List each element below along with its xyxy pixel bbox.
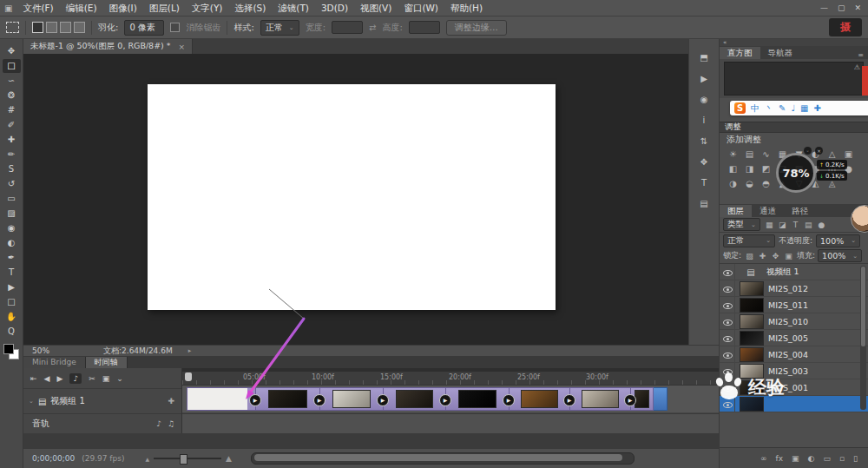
transition-badge[interactable]: ▶ <box>249 394 261 406</box>
histogram-warning-icon[interactable]: ⚠ <box>854 63 860 71</box>
adjustment-icon[interactable]: ◒ <box>741 176 758 191</box>
feather-input[interactable]: 0 像素 <box>124 20 164 36</box>
delete-layer-button[interactable]: ▯ <box>853 454 858 463</box>
timeline-horizontal-scrollbar[interactable] <box>251 452 635 465</box>
eye-icon[interactable] <box>721 297 735 313</box>
panel-collapse-bar[interactable]: « <box>720 39 868 46</box>
eye-icon[interactable] <box>721 264 735 280</box>
path-selection-tool[interactable]: ▶ <box>3 280 21 294</box>
recorder-settings-icon[interactable]: ◦ <box>804 147 812 155</box>
transition-button[interactable]: ▣ <box>102 374 110 383</box>
fill-dropdown[interactable]: 100% ⌄ <box>818 249 862 262</box>
transition-badge[interactable]: ▶ <box>503 394 515 406</box>
zoom-slider-thumb[interactable] <box>180 454 187 465</box>
previous-frame-button[interactable]: ◀ <box>44 374 50 383</box>
tab-close-icon[interactable]: × <box>179 43 186 51</box>
play-button[interactable]: ▶ <box>56 374 62 383</box>
canvas-workspace[interactable] <box>23 54 688 345</box>
adjustment-icon[interactable]: ▤ <box>741 147 758 161</box>
quick-selection-tool[interactable]: ❂ <box>3 89 21 102</box>
collapsed-panel-actions-icon[interactable]: ▶ <box>694 72 713 86</box>
tab-layers[interactable]: 图层 <box>720 205 752 217</box>
zoom-out-icon[interactable]: ▲ <box>145 456 149 462</box>
link-layers-button[interactable]: ∞ <box>760 454 767 463</box>
foreground-color-swatch[interactable] <box>3 344 14 354</box>
subtract-from-selection-button[interactable] <box>60 22 71 33</box>
collapsed-panel-clone-source-icon[interactable]: ⬒ <box>694 51 713 65</box>
document-tab[interactable]: 未标题-1 @ 50%(图层 0, RGB/8#) * × <box>23 39 193 54</box>
screen-recorder-button[interactable]: 摄 <box>829 18 862 36</box>
adjustment-icon[interactable]: ◩ <box>758 161 774 176</box>
menu-item[interactable]: 选择(S) <box>228 0 272 16</box>
adjustment-icon[interactable]: ◑ <box>725 176 741 191</box>
layer-group-row[interactable]: ▤视频组 1 <box>720 264 868 280</box>
transition-badge[interactable]: ▶ <box>563 394 575 406</box>
rectangular-marquee-tool[interactable]: □ <box>3 59 21 73</box>
transition-badge[interactable]: ▶ <box>439 394 451 406</box>
timeline-options-caret[interactable]: ⌄ <box>116 374 123 383</box>
move-tool[interactable]: ✥ <box>3 44 21 58</box>
transition-badge[interactable]: ▶ <box>313 394 326 406</box>
crop-tool[interactable]: # <box>3 103 21 117</box>
shape-tool[interactable]: □ <box>3 295 21 309</box>
adjustment-icon[interactable]: ◨ <box>741 161 758 176</box>
video-group-track-header[interactable]: ⌄ ▤ 视频组 1 ✚ <box>23 389 181 414</box>
sogou-voice-icon[interactable]: ♩ <box>791 103 795 113</box>
zoom-in-icon[interactable]: ▲ <box>226 454 232 463</box>
adjustment-icon[interactable]: ∿ <box>758 147 774 161</box>
tab-timeline[interactable]: 时间轴 <box>86 357 128 368</box>
menu-item[interactable]: 3D(D) <box>315 0 354 16</box>
menu-item[interactable]: 滤镜(T) <box>272 0 315 16</box>
refine-edge-button[interactable]: 调整边缘… <box>446 20 507 36</box>
layer-row[interactable]: MI2S_005 <box>720 330 868 346</box>
type-tool[interactable]: T <box>3 266 21 280</box>
healing-brush-tool[interactable]: ✚ <box>3 133 21 147</box>
maximize-button[interactable]: ▢ <box>838 3 845 12</box>
blur-tool[interactable]: ◉ <box>3 221 21 235</box>
swap-dimensions-icon[interactable]: ⇄ <box>369 23 376 32</box>
timeline-clip[interactable]: ▶ <box>256 387 320 411</box>
new-layer-button[interactable]: ▫ <box>839 454 845 463</box>
audio-track-mute-icon[interactable]: ♪ <box>156 419 161 428</box>
timeline-clip[interactable]: ▶ <box>510 387 570 411</box>
audio-track[interactable] <box>182 413 719 434</box>
hand-tool[interactable]: ✋ <box>3 310 21 324</box>
lock-all-icon[interactable]: ▣ <box>783 252 794 260</box>
color-swatches[interactable] <box>3 344 19 359</box>
menu-item[interactable]: 视图(V) <box>354 0 398 16</box>
dodge-tool[interactable]: ◐ <box>3 236 21 250</box>
opacity-dropdown[interactable]: 100% ⌄ <box>816 234 860 247</box>
anti-alias-checkbox[interactable] <box>170 23 180 32</box>
filter-type-layers-icon[interactable]: T <box>790 221 801 229</box>
history-brush-tool[interactable]: ↺ <box>3 177 21 191</box>
sogou-punctuation-icon[interactable]: 丶 <box>765 102 773 115</box>
collapsed-panel-swap-icon[interactable]: ⇅ <box>694 135 713 148</box>
panel-menu-icon[interactable]: ≡ <box>858 51 868 59</box>
clone-stamp-tool[interactable]: S <box>3 162 21 176</box>
document-canvas[interactable] <box>148 84 556 310</box>
scrollbar-thumb[interactable] <box>254 454 622 461</box>
new-selection-button[interactable] <box>32 22 43 33</box>
eyedropper-tool[interactable]: ✐ <box>3 118 21 132</box>
style-dropdown[interactable]: 正常 ⌄ <box>260 20 299 36</box>
minimize-button[interactable]: — <box>820 3 828 12</box>
menu-item[interactable]: 图层(L) <box>143 0 186 16</box>
filter-smart-objects-icon[interactable]: ● <box>816 221 827 229</box>
status-menu-caret[interactable]: ▸ <box>173 347 192 354</box>
collapsed-panel-measure-icon[interactable]: ✥ <box>694 155 713 169</box>
transition-badge[interactable]: ▶ <box>624 394 636 406</box>
close-button[interactable]: ✕ <box>854 3 861 12</box>
timeline-clip[interactable]: ▶ <box>384 387 446 411</box>
adjustments-header[interactable]: 调整 <box>720 122 868 133</box>
sogou-mode-icon[interactable]: 中 <box>751 102 760 115</box>
timeline-ruler[interactable]: 05:00f10:00f15:00f20:00f25:00f30:00f <box>182 368 719 386</box>
brush-tool[interactable]: ✏ <box>3 148 21 161</box>
transition-badge[interactable]: ▶ <box>377 394 389 406</box>
eye-icon[interactable] <box>721 330 735 346</box>
chevron-down-icon[interactable]: ⌄ <box>29 398 34 405</box>
menu-item[interactable]: 文件(F) <box>16 0 59 16</box>
tab-channels[interactable]: 通道 <box>752 205 784 217</box>
collapse-panels-icon[interactable]: « <box>723 39 727 46</box>
collapsed-panel-history-icon[interactable]: ◉ <box>694 93 713 107</box>
timeline-clip[interactable]: ▶ <box>187 387 256 411</box>
